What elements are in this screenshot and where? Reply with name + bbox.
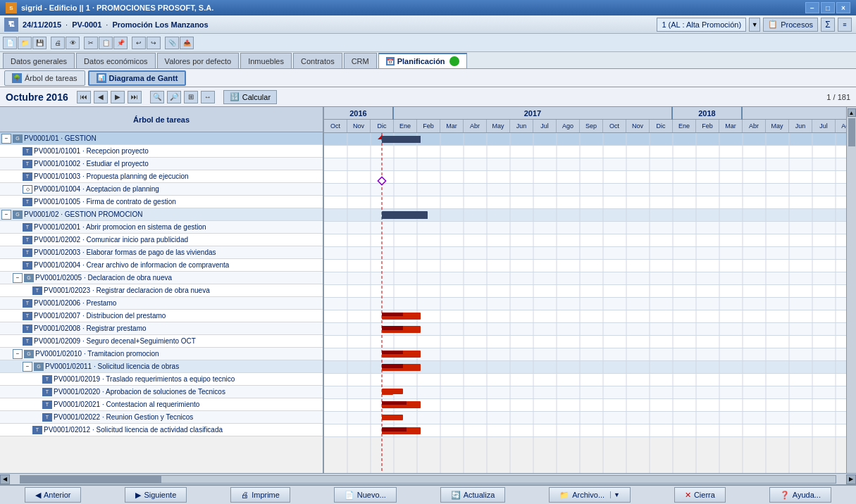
subtab-arbol-tareas[interactable]: 🌳 Árbol de tareas: [4, 70, 85, 86]
task-row[interactable]: T PV0001/02006 · Prestamo: [0, 297, 323, 310]
tab-contratos[interactable]: Contratos: [293, 53, 342, 68]
anterior-button[interactable]: ◀ Anterior: [25, 487, 82, 503]
nav-prev-btn[interactable]: ◀: [94, 91, 108, 103]
sigma-btn[interactable]: Σ: [821, 18, 835, 32]
task-row[interactable]: − G PV0001/02005 · Declaracion de obra n…: [0, 272, 323, 284]
row-expand[interactable]: −: [13, 273, 23, 283]
maximize-button[interactable]: □: [821, 2, 835, 13]
gantt-time-header: 2016 2017 2018 Oct Nov Dic Ene Feb Mar A…: [324, 107, 846, 133]
siguiente-button[interactable]: ▶ Siguiente: [125, 487, 187, 503]
task-row[interactable]: T PV0001/02012 · Solicitud licencia de a…: [0, 424, 323, 436]
row-type-icon: T: [23, 261, 32, 270]
task-row[interactable]: T PV0001/02002 · Comunicar inicio para p…: [0, 234, 323, 246]
tab-inmuebles[interactable]: Inmuebles: [240, 53, 292, 68]
actualiza-button[interactable]: 🔄 Actualiza: [440, 487, 506, 503]
month-feb: Feb: [417, 120, 440, 132]
row-expand[interactable]: −: [13, 349, 23, 359]
extra-btn[interactable]: ≡: [838, 18, 852, 32]
task-row[interactable]: T PV0001/02004 · Crear archivo de inform…: [0, 259, 323, 272]
task-row[interactable]: − G PV0001/02010 · Tramitacion promocion: [0, 348, 323, 360]
cierra-button[interactable]: ✕ Cierra: [674, 487, 726, 503]
scroll-track[interactable]: [20, 475, 836, 484]
nuevo-button[interactable]: 📄 Nuevo...: [334, 487, 397, 503]
tab-crm-label: CRM: [352, 57, 369, 65]
task-label: PV0001/02019 · Traslado requerimientos a…: [54, 375, 235, 383]
archivo-button[interactable]: 📁 Archivo... ▼: [549, 487, 631, 503]
new-icon[interactable]: 📄: [3, 37, 17, 49]
task-row[interactable]: T PV0001/01002 · Estudiar el proyecto: [0, 158, 323, 170]
attach-icon[interactable]: 📎: [165, 37, 179, 49]
horizontal-scrollbar[interactable]: ◀ ▶: [0, 473, 856, 484]
scroll-thumb[interactable]: [20, 476, 161, 483]
nav-last-btn[interactable]: ⏭: [128, 91, 142, 103]
month-ene2: Ene: [673, 120, 696, 132]
row-type-icon: T: [42, 413, 52, 422]
task-row[interactable]: T PV0001/01005 · Firma de contrato de ge…: [0, 196, 323, 208]
ayuda-button[interactable]: ❓ Ayuda...: [769, 487, 831, 503]
month-may: May: [487, 120, 510, 132]
promo-dropdown-btn[interactable]: ▼: [749, 18, 760, 32]
task-tree-header: Árbol de tareas: [0, 107, 323, 132]
tab-contratos-label: Contratos: [301, 57, 335, 65]
nav-next-btn[interactable]: ▶: [111, 91, 125, 103]
save-icon[interactable]: 💾: [32, 37, 46, 49]
preview-icon[interactable]: 👁: [66, 37, 80, 49]
row-expand[interactable]: −: [23, 362, 32, 372]
task-row[interactable]: T PV0001/02023 · Registrar declaracion d…: [0, 284, 323, 297]
imprime-button[interactable]: 🖨 Imprime: [230, 487, 290, 503]
task-label: PV0001/01003 · Propuesta planning de eje…: [34, 172, 189, 180]
task-row[interactable]: T PV0001/01003 · Propuesta planning de e…: [0, 170, 323, 183]
paste-icon[interactable]: 📌: [113, 37, 128, 49]
copy-icon[interactable]: 📋: [99, 37, 113, 49]
task-row[interactable]: T PV0001/02021 · Contestacion al requeri…: [0, 398, 323, 411]
undo-icon[interactable]: ↩: [132, 37, 146, 49]
redo-icon[interactable]: ↪: [147, 37, 161, 49]
scroll-up-arrow[interactable]: ▲: [848, 108, 856, 117]
subtab-arbol-label: Árbol de tareas: [25, 74, 77, 82]
vertical-scrollbar[interactable]: ▲: [846, 107, 856, 473]
row-expand[interactable]: −: [1, 210, 11, 220]
expand-btn[interactable]: ↔: [201, 91, 215, 103]
row-type-icon: G: [34, 363, 44, 371]
task-row[interactable]: T PV0001/02007 · Distribucion del presta…: [0, 310, 323, 322]
print-icon[interactable]: 🖨: [51, 37, 65, 49]
tab-datos-economicos-label: Datos económicos: [84, 57, 148, 65]
procesos-btn[interactable]: 📋 Procesos: [763, 18, 818, 32]
task-row[interactable]: T PV0001/02019 · Traslado requerimientos…: [0, 373, 323, 386]
fit-btn[interactable]: ⊞: [184, 91, 198, 103]
task-row[interactable]: T PV0001/01001 · Recepcion proyecto: [0, 145, 323, 158]
export-icon[interactable]: 📤: [180, 37, 194, 49]
promo-label-box[interactable]: 1 (AL : Alta Promoción): [657, 18, 746, 32]
calcular-button[interactable]: 🔢 Calcular: [223, 90, 277, 104]
nav-first-btn[interactable]: ⏮: [77, 91, 91, 103]
task-row[interactable]: T PV0001/02022 · Reunion Gestion y Tecni…: [0, 411, 323, 424]
tab-planificacion[interactable]: 📅 Planificación: [378, 53, 467, 68]
month-nov: Nov: [347, 120, 371, 132]
tab-valores-defecto[interactable]: Valores por defecto: [157, 53, 240, 68]
anterior-label: Anterior: [44, 491, 71, 499]
row-expand[interactable]: −: [1, 134, 11, 144]
archivo-dropdown[interactable]: ▼: [610, 491, 620, 498]
task-row[interactable]: − G PV0001/02011 · Solicitud licencia de…: [0, 360, 323, 373]
task-row[interactable]: ◇ PV0001/01004 · Aceptacion de planning: [0, 183, 323, 196]
open-icon[interactable]: 📁: [18, 37, 32, 49]
tab-datos-economicos[interactable]: Datos económicos: [76, 53, 156, 68]
task-row[interactable]: − G PV0001/02 · GESTION PROMOCION: [0, 208, 323, 221]
task-row[interactable]: T PV0001/02001 · Abrir promocion en sist…: [0, 221, 323, 234]
task-row[interactable]: T PV0001/02003 · Elaborar formas de pago…: [0, 246, 323, 259]
task-row[interactable]: T PV0001/02020 · Aprobacion de solucione…: [0, 386, 323, 398]
cut-icon[interactable]: ✂: [84, 37, 98, 49]
task-row[interactable]: − G PV0001/01 · GESTION: [0, 132, 323, 145]
tab-datos-generales[interactable]: Datos generales: [3, 53, 75, 68]
tabs-bar: Datos generales Datos económicos Valores…: [0, 52, 856, 69]
scroll-thumb[interactable]: [848, 118, 855, 146]
close-button[interactable]: ×: [836, 2, 850, 13]
zoom-out-btn[interactable]: 🔍: [150, 91, 164, 103]
subtab-diagrama-gantt[interactable]: 📊 Diagrama de Gantt: [88, 70, 187, 86]
task-row[interactable]: T PV0001/02008 · Registrar prestamo: [0, 322, 323, 335]
archivo-label: Archivo...: [572, 491, 604, 499]
task-row[interactable]: T PV0001/02009 · Seguro decenal+Seguimie…: [0, 335, 323, 348]
minimize-button[interactable]: −: [805, 2, 819, 13]
zoom-in-btn[interactable]: 🔎: [167, 91, 181, 103]
tab-crm[interactable]: CRM: [344, 53, 377, 68]
